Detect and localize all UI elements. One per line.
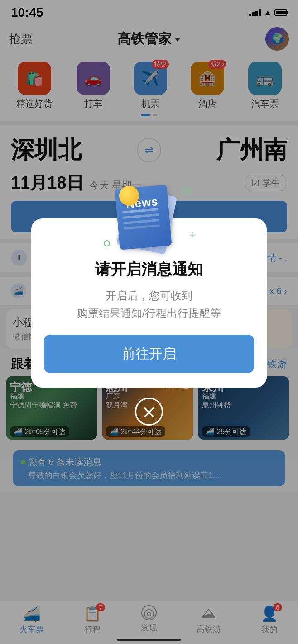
green-dot-1-icon xyxy=(183,188,190,194)
news-papers: News + xyxy=(99,182,199,255)
close-modal-button[interactable] xyxy=(135,398,163,426)
modal-desc: 开启后，您可收到 购票结果通知/行程出行提醒等 xyxy=(31,287,267,322)
yellow-ball xyxy=(119,186,139,206)
modal-desc-1: 开启后，您可收到 xyxy=(45,287,253,304)
modal-title: 请开启消息通知 xyxy=(31,259,267,280)
close-x-icon xyxy=(143,405,155,418)
green-dot-2-icon xyxy=(104,240,110,246)
modal-overlay: News + 请开启消息通知 开启后，您可收到 购票结果通知/行程出行提醒等 前… xyxy=(0,0,298,644)
go-enable-button[interactable]: 前往开启 xyxy=(44,335,254,373)
notification-modal: News + 请开启消息通知 开启后，您可收到 购票结果通知/行程出行提醒等 前… xyxy=(31,218,267,388)
home-indicator xyxy=(117,639,181,641)
modal-desc-2: 购票结果通知/行程出行提醒等 xyxy=(45,305,253,322)
plus-icon: + xyxy=(189,229,195,241)
modal-illustration: News + xyxy=(31,182,267,255)
